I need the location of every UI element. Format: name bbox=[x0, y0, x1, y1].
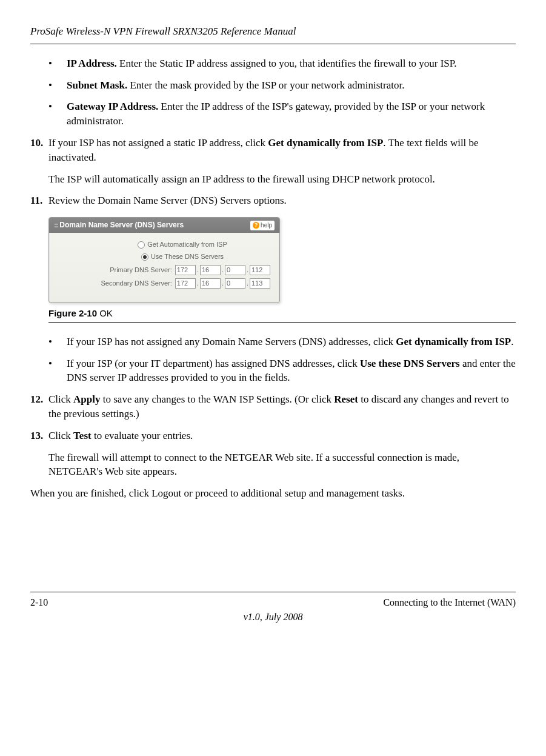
bullet-marker: • bbox=[30, 356, 67, 386]
ip-text: Enter the Static IP address assigned to … bbox=[117, 58, 457, 69]
step-content: Review the Domain Name Server (DNS) Serv… bbox=[48, 193, 516, 208]
step13-text2: to evaluate your entries. bbox=[92, 430, 193, 441]
figure-2-10: :::: Domain Name Server (DNS) Servers ? … bbox=[48, 217, 516, 323]
bullet-content: Subnet Mask. Enter the mask provided by … bbox=[67, 78, 516, 93]
subnet-label: Subnet Mask. bbox=[67, 79, 127, 91]
step-10: 10. If your ISP has not assigned a stati… bbox=[30, 136, 516, 165]
step10-para2: The ISP will automatically assign an IP … bbox=[48, 172, 516, 187]
page-footer: 2-10 Connecting to the Internet (WAN) v1… bbox=[30, 592, 516, 624]
bullet-content: IP Address. Enter the Static IP address … bbox=[67, 56, 516, 71]
radio-get-auto-label: Get Automatically from ISP bbox=[147, 240, 227, 249]
secondary-dns-fields: 172. 16. 0. 113 bbox=[175, 278, 270, 289]
step12-text1: Click bbox=[48, 393, 73, 405]
step13-text1: Click bbox=[48, 430, 73, 441]
figure-caption: Figure 2-10 OK bbox=[48, 307, 516, 323]
secondary-octet-3[interactable]: 0 bbox=[225, 278, 245, 289]
bullet-content: Gateway IP Address. Enter the IP address… bbox=[67, 99, 516, 129]
figure-caption-bold: Figure 2-10 bbox=[48, 308, 97, 318]
ip-label: IP Address. bbox=[67, 58, 117, 69]
step-13: 13. Click Test to evaluate your entries. bbox=[30, 429, 516, 443]
footer-version: v1.0, July 2008 bbox=[30, 610, 516, 624]
dns-b1-text2: . bbox=[511, 336, 513, 347]
step13-bold1: Test bbox=[73, 430, 92, 441]
bullet-content: If your ISP (or your IT department) has … bbox=[67, 356, 516, 386]
dns-b1-bold1: Get dynamically from ISP bbox=[396, 336, 511, 347]
radio-get-auto[interactable] bbox=[138, 241, 145, 249]
bullet-marker: • bbox=[30, 335, 67, 349]
secondary-dns-label: Secondary DNS Server: bbox=[101, 279, 175, 288]
dns-panel-title: Domain Name Server (DNS) Servers bbox=[59, 220, 184, 230]
step-number: 10. bbox=[30, 136, 48, 165]
bullet-gateway: • Gateway IP Address. Enter the IP addre… bbox=[30, 99, 516, 129]
bullet-marker: • bbox=[30, 78, 67, 93]
help-icon: ? bbox=[253, 222, 259, 229]
step13-para2: The firewall will attempt to connect to … bbox=[48, 450, 516, 480]
step-content: If your ISP has not assigned a static IP… bbox=[48, 136, 516, 165]
bullet-ip-address: • IP Address. Enter the Static IP addres… bbox=[30, 56, 516, 71]
dns-b2-text1: If your ISP (or your IT department) has … bbox=[67, 358, 360, 369]
bullet-marker: • bbox=[30, 56, 67, 71]
help-label: help bbox=[261, 221, 272, 230]
primary-octet-4[interactable]: 112 bbox=[250, 265, 270, 275]
step-number: 11. bbox=[30, 193, 48, 208]
step10-bold1: Get dynamically from ISP bbox=[268, 137, 383, 149]
bullet-marker: • bbox=[30, 99, 67, 129]
primary-octet-2[interactable]: 16 bbox=[200, 265, 221, 275]
secondary-octet-2[interactable]: 16 bbox=[200, 278, 221, 289]
dns-servers-panel: :::: Domain Name Server (DNS) Servers ? … bbox=[48, 217, 280, 303]
step10-text1: If your ISP has not assigned a static IP… bbox=[48, 137, 268, 149]
step-12: 12. Click Apply to save any changes to t… bbox=[30, 392, 516, 421]
dns-bullet-2: • If your ISP (or your IT department) ha… bbox=[30, 356, 516, 386]
figure-caption-text: OK bbox=[97, 308, 113, 318]
subnet-text: Enter the mask provided by the ISP or yo… bbox=[127, 79, 404, 91]
footer-section-title: Connecting to the Internet (WAN) bbox=[383, 596, 516, 609]
step12-text2: to save any changes to the WAN ISP Setti… bbox=[101, 393, 335, 405]
dns-bullet-1: • If your ISP has not assigned any Domai… bbox=[30, 335, 516, 349]
final-paragraph: When you are finished, click Logout or p… bbox=[30, 486, 516, 501]
dns-panel-body: Get Automatically from ISP Use These DNS… bbox=[49, 233, 279, 303]
primary-dns-fields: 172. 16. 0. 112 bbox=[175, 265, 270, 275]
step-content: Click Apply to save any changes to the W… bbox=[48, 392, 516, 421]
step12-bold2: Reset bbox=[334, 393, 358, 405]
footer-page-number: 2-10 bbox=[30, 596, 48, 609]
dns-b2-bold1: Use these DNS Servers bbox=[360, 358, 460, 369]
primary-dns-label: Primary DNS Server: bbox=[110, 266, 175, 275]
step-content: Click Test to evaluate your entries. bbox=[48, 429, 516, 443]
step12-bold1: Apply bbox=[73, 393, 100, 405]
radio-use-these-label: Use These DNS Servers bbox=[151, 252, 224, 261]
secondary-octet-4[interactable]: 113 bbox=[250, 278, 270, 289]
bullet-content: If your ISP has not assigned any Domain … bbox=[67, 335, 516, 349]
bullet-subnet-mask: • Subnet Mask. Enter the mask provided b… bbox=[30, 78, 516, 93]
gateway-label: Gateway IP Address. bbox=[67, 101, 158, 112]
primary-octet-3[interactable]: 0 bbox=[225, 265, 245, 275]
step-number: 12. bbox=[30, 392, 48, 421]
dns-b1-text1: If your ISP has not assigned any Domain … bbox=[67, 336, 396, 347]
primary-octet-1[interactable]: 172 bbox=[175, 265, 196, 275]
step-11: 11. Review the Domain Name Server (DNS) … bbox=[30, 193, 516, 208]
radio-use-these[interactable] bbox=[141, 253, 148, 261]
step-number: 13. bbox=[30, 429, 48, 443]
help-button[interactable]: ? help bbox=[250, 221, 275, 230]
dns-title-bar: :::: Domain Name Server (DNS) Servers ? … bbox=[49, 218, 279, 233]
secondary-octet-1[interactable]: 172 bbox=[175, 278, 196, 289]
drag-handle-icon: :::: bbox=[54, 221, 57, 230]
page-header: ProSafe Wireless-N VPN Firewall SRXN3205… bbox=[30, 24, 516, 44]
